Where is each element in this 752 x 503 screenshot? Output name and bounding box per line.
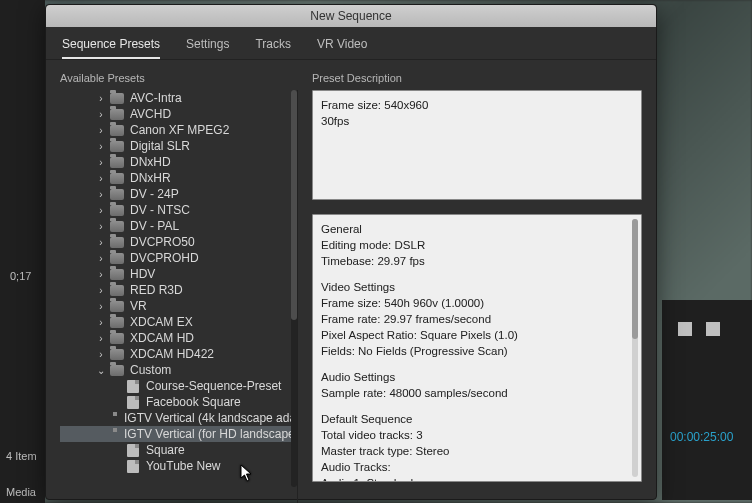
preset-folder[interactable]: ›DV - NTSC xyxy=(60,202,293,218)
chevron-right-icon[interactable]: › xyxy=(96,157,106,168)
preset-folder[interactable]: ›VR xyxy=(60,298,293,314)
preset-label: RED R3D xyxy=(130,283,183,297)
detail-line: Total video tracks: 3 xyxy=(321,427,627,443)
preset-description-details: GeneralEditing mode: DSLRTimebase: 29.97… xyxy=(312,214,642,482)
preset-folder[interactable]: ›DNxHD xyxy=(60,154,293,170)
preset-folder[interactable]: ›DVCPRO50 xyxy=(60,234,293,250)
preset-item[interactable]: IGTV Vertical (4k landscape adap xyxy=(60,410,293,426)
preset-folder[interactable]: ›HDV xyxy=(60,266,293,282)
chevron-right-icon[interactable]: › xyxy=(96,349,106,360)
preset-label: XDCAM EX xyxy=(130,315,193,329)
preset-label: XDCAM HD422 xyxy=(130,347,214,361)
folder-icon xyxy=(110,93,124,104)
preset-folder[interactable]: ›Digital SLR xyxy=(60,138,293,154)
tab-sequence-presets[interactable]: Sequence Presets xyxy=(62,37,160,59)
host-app: 0;17 4 Item Media 00:00:25:00 New Sequen… xyxy=(0,0,752,503)
chevron-right-icon[interactable]: › xyxy=(96,253,106,264)
media-label: Media xyxy=(6,486,36,498)
detail-section-heading: General xyxy=(321,221,627,237)
detail-line: Editing mode: DSLR xyxy=(321,237,627,253)
folder-icon xyxy=(110,365,124,376)
preset-item[interactable]: Square xyxy=(60,442,293,458)
preset-label: HDV xyxy=(130,267,155,281)
folder-icon xyxy=(110,221,124,232)
preset-label: DNxHD xyxy=(130,155,171,169)
timeline-playhead-time: 0;17 xyxy=(10,270,31,282)
preset-label: IGTV Vertical (4k landscape adap xyxy=(124,411,298,425)
preset-folder[interactable]: ›DVCPROHD xyxy=(60,250,293,266)
timeline-panel-sliver: 00:00:25:00 xyxy=(662,300,752,500)
chevron-right-icon[interactable]: › xyxy=(96,173,106,184)
folder-icon xyxy=(110,205,124,216)
tree-scrollbar-thumb[interactable] xyxy=(291,90,297,320)
preset-file-icon xyxy=(127,444,139,457)
detail-line: Frame rate: 29.97 frames/second xyxy=(321,311,627,327)
preset-folder[interactable]: ›XDCAM HD xyxy=(60,330,293,346)
preset-item[interactable]: Facebook Square xyxy=(60,394,293,410)
linked-selection-icon[interactable] xyxy=(706,322,720,336)
preset-label: Course-Sequence-Preset xyxy=(146,379,281,393)
chevron-right-icon[interactable]: › xyxy=(96,205,106,216)
sequence-duration: 00:00:25:00 xyxy=(670,430,733,444)
preset-label: DV - PAL xyxy=(130,219,179,233)
chevron-right-icon[interactable]: › xyxy=(96,221,106,232)
preset-item[interactable]: YouTube New xyxy=(60,458,293,474)
preset-folder[interactable]: ›Canon XF MPEG2 xyxy=(60,122,293,138)
detail-line: Timebase: 29.97 fps xyxy=(321,253,627,269)
preset-folder[interactable]: ›RED R3D xyxy=(60,282,293,298)
preset-folder[interactable]: ›DNxHR xyxy=(60,170,293,186)
folder-icon xyxy=(110,301,124,312)
preset-label: XDCAM HD xyxy=(130,331,194,345)
dialog-titlebar[interactable]: New Sequence xyxy=(46,5,656,27)
chevron-right-icon[interactable]: › xyxy=(96,93,106,104)
folder-icon xyxy=(110,189,124,200)
chevron-right-icon[interactable]: › xyxy=(96,269,106,280)
project-panel-sliver: 0;17 4 Item Media xyxy=(0,0,45,503)
chevron-right-icon[interactable]: › xyxy=(96,301,106,312)
preset-file-icon xyxy=(127,380,139,393)
preset-item[interactable]: IGTV Vertical (for HD landscape xyxy=(60,426,293,442)
chevron-right-icon[interactable]: › xyxy=(96,109,106,120)
detail-section-heading: Audio Settings xyxy=(321,369,627,385)
preset-tree[interactable]: ›AVC-Intra›AVCHD›Canon XF MPEG2›Digital … xyxy=(60,90,298,503)
chevron-right-icon[interactable]: › xyxy=(96,125,106,136)
preset-label: DNxHR xyxy=(130,171,171,185)
preset-folder[interactable]: ›XDCAM HD422 xyxy=(60,346,293,362)
preset-label: Facebook Square xyxy=(146,395,241,409)
folder-icon xyxy=(110,173,124,184)
detail-line: Audio 1: Standard xyxy=(321,475,627,482)
detail-line: Sample rate: 48000 samples/second xyxy=(321,385,627,401)
preset-file-icon xyxy=(127,396,139,409)
tab-settings[interactable]: Settings xyxy=(186,37,229,59)
detail-line: Audio Tracks: xyxy=(321,459,627,475)
preset-folder[interactable]: ›DV - PAL xyxy=(60,218,293,234)
preset-folder[interactable]: ›AVC-Intra xyxy=(60,90,293,106)
folder-icon xyxy=(110,125,124,136)
chevron-right-icon[interactable]: › xyxy=(96,333,106,344)
preset-folder[interactable]: ›AVCHD xyxy=(60,106,293,122)
preset-folder[interactable]: ›DV - 24P xyxy=(60,186,293,202)
chevron-right-icon[interactable]: › xyxy=(96,237,106,248)
preset-label: DVCPROHD xyxy=(130,251,199,265)
snap-icon[interactable] xyxy=(678,322,692,336)
tab-vr-video[interactable]: VR Video xyxy=(317,37,367,59)
chevron-right-icon[interactable]: › xyxy=(96,189,106,200)
tab-tracks[interactable]: Tracks xyxy=(255,37,291,59)
folder-icon xyxy=(110,157,124,168)
detail-line: Pixel Aspect Ratio: Square Pixels (1.0) xyxy=(321,327,627,343)
chevron-right-icon[interactable]: › xyxy=(96,317,106,328)
chevron-right-icon[interactable]: › xyxy=(96,285,106,296)
description-scrollbar[interactable] xyxy=(632,219,638,477)
preset-folder[interactable]: ›XDCAM EX xyxy=(60,314,293,330)
tree-scrollbar[interactable] xyxy=(291,90,297,487)
chevron-down-icon[interactable]: ⌄ xyxy=(96,365,106,376)
folder-icon xyxy=(110,253,124,264)
preset-label: YouTube New xyxy=(146,459,221,473)
preset-item[interactable]: Course-Sequence-Preset xyxy=(60,378,293,394)
description-scrollbar-thumb[interactable] xyxy=(632,219,638,339)
chevron-right-icon[interactable]: › xyxy=(96,141,106,152)
preset-label: IGTV Vertical (for HD landscape xyxy=(124,427,295,441)
preset-label: DVCPRO50 xyxy=(130,235,195,249)
new-sequence-dialog: New Sequence Sequence PresetsSettingsTra… xyxy=(45,4,657,500)
preset-folder[interactable]: ⌄Custom xyxy=(60,362,293,378)
